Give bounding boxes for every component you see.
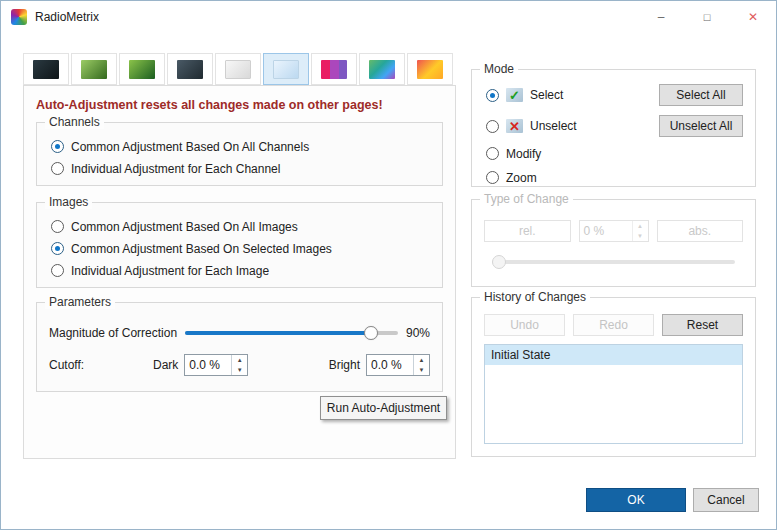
- select-all-button[interactable]: Select All: [659, 84, 743, 106]
- history-group-title: History of Changes: [480, 290, 590, 304]
- magnitude-slider[interactable]: [185, 325, 398, 341]
- tab-strip: [23, 53, 453, 85]
- unselect-all-button[interactable]: Unselect All: [659, 115, 743, 137]
- radio-label: Common Adjustment Based On Selected Imag…: [71, 242, 332, 256]
- light-selection-icon: [273, 60, 299, 79]
- type-of-change-group: Type of Change rel. 0 % abs.: [471, 199, 756, 287]
- mode-modify-label[interactable]: Modify: [506, 147, 541, 161]
- radio-common-selected-images[interactable]: Common Adjustment Based On Selected Imag…: [51, 241, 442, 256]
- radio-label: Common Adjustment Based On All Images: [71, 220, 298, 234]
- spin-down-icon[interactable]: [414, 365, 429, 375]
- spin-down-icon: [633, 231, 648, 241]
- spinner-arrows[interactable]: [413, 355, 429, 375]
- spinner-arrows[interactable]: [231, 355, 247, 375]
- slider-thumb[interactable]: [364, 326, 378, 340]
- tab-7[interactable]: [311, 53, 357, 85]
- radio-individual-images[interactable]: Individual Adjustment for Each Image: [51, 263, 442, 278]
- tab-4[interactable]: [167, 53, 213, 85]
- auto-adjustment-page: Auto-Adjustment resets all changes made …: [23, 85, 456, 459]
- monitor-icon: [33, 60, 59, 79]
- bright-label: Bright: [329, 358, 360, 372]
- type-of-change-title: Type of Change: [480, 192, 573, 206]
- parameters-group-title: Parameters: [45, 295, 115, 309]
- color-swatches-icon: [417, 60, 443, 79]
- tab-2[interactable]: [71, 53, 117, 85]
- minimize-button[interactable]: –: [638, 1, 684, 33]
- tab-3[interactable]: [119, 53, 165, 85]
- magnitude-value: 90%: [406, 326, 430, 340]
- green-check-icon: ✓: [506, 88, 523, 102]
- parameters-group: Parameters Magnitude of Correction 90% C…: [36, 302, 443, 392]
- images-group: Images Common Adjustment Based On All Im…: [36, 202, 443, 288]
- relative-change-field: rel.: [484, 220, 571, 242]
- window-title: RadioMetrix: [35, 10, 99, 24]
- spin-down-icon[interactable]: [232, 365, 247, 375]
- tab-8[interactable]: [359, 53, 405, 85]
- radio-common-all-channels[interactable]: Common Adjustment Based On All Channels: [51, 139, 442, 154]
- title-bar: RadioMetrix – □ ✕: [1, 1, 776, 33]
- mode-unselect-label[interactable]: Unselect: [530, 119, 577, 133]
- tab-6[interactable]: [263, 53, 309, 85]
- slider-track: [492, 260, 735, 264]
- mode-group-title: Mode: [480, 62, 518, 76]
- radio-icon: [51, 140, 64, 153]
- radio-icon: [51, 242, 64, 255]
- radio-icon[interactable]: [486, 120, 499, 133]
- redo-button[interactable]: Redo: [573, 314, 654, 336]
- spinner-arrows: [632, 221, 648, 241]
- radio-icon[interactable]: [486, 89, 499, 102]
- run-auto-adjustment-button[interactable]: Run Auto-Adjustment: [320, 396, 447, 420]
- radio-common-all-images[interactable]: Common Adjustment Based On All Images: [51, 219, 442, 234]
- dark-image-icon: [177, 60, 203, 79]
- app-icon: [11, 9, 27, 25]
- dark-label: Dark: [153, 358, 178, 372]
- reset-button[interactable]: Reset: [662, 314, 743, 336]
- tab-9[interactable]: [407, 53, 453, 85]
- cancel-button[interactable]: Cancel: [693, 488, 759, 512]
- dark-cutoff-value[interactable]: 0.0 %: [185, 355, 231, 375]
- radio-icon[interactable]: [486, 171, 499, 184]
- history-list-item[interactable]: Initial State: [485, 345, 742, 365]
- undo-button[interactable]: Undo: [484, 314, 565, 336]
- radio-label: Individual Adjustment for Each Channel: [71, 162, 280, 176]
- history-list[interactable]: Initial State: [484, 344, 743, 444]
- radio-label: Common Adjustment Based On All Channels: [71, 140, 309, 154]
- mode-select-label[interactable]: Select: [530, 88, 563, 102]
- hand-cursor-icon: [225, 60, 251, 79]
- tab-5[interactable]: [215, 53, 261, 85]
- slider-thumb: [492, 255, 506, 269]
- ok-button[interactable]: OK: [586, 488, 686, 512]
- radio-icon: [51, 264, 64, 277]
- spin-up-icon[interactable]: [414, 355, 429, 365]
- history-group: History of Changes Undo Redo Reset Initi…: [471, 297, 756, 457]
- images-group-title: Images: [45, 195, 92, 209]
- close-button[interactable]: ✕: [730, 1, 776, 33]
- green-image-icon: [81, 60, 107, 79]
- spin-up-icon[interactable]: [232, 355, 247, 365]
- green-hand-image-icon: [129, 60, 155, 79]
- mode-group: Mode ✓ Select Select All ✕ Unselect Unse…: [471, 69, 756, 187]
- mode-zoom-label[interactable]: Zoom: [506, 171, 537, 185]
- radio-individual-channels[interactable]: Individual Adjustment for Each Channel: [51, 161, 442, 176]
- maximize-button[interactable]: □: [684, 1, 730, 33]
- window-controls: – □ ✕: [638, 1, 776, 33]
- radio-icon[interactable]: [486, 147, 499, 160]
- slider-fill: [185, 331, 377, 335]
- bright-cutoff-spinner[interactable]: 0.0 %: [366, 354, 430, 376]
- tab-1[interactable]: [23, 53, 69, 85]
- absolute-change-field: abs.: [657, 220, 744, 242]
- color-image-icon: [369, 60, 395, 79]
- radiometrix-dialog: RadioMetrix – □ ✕ Auto-Adjustment resets…: [0, 0, 777, 530]
- red-cross-icon: ✕: [506, 119, 523, 133]
- change-amount-slider: [492, 254, 735, 270]
- cutoff-label: Cutoff:: [49, 358, 113, 372]
- magnitude-label: Magnitude of Correction: [49, 326, 177, 340]
- radio-icon: [51, 220, 64, 233]
- radio-label: Individual Adjustment for Each Image: [71, 264, 269, 278]
- bright-cutoff-value[interactable]: 0.0 %: [367, 355, 413, 375]
- spin-up-icon: [633, 221, 648, 231]
- auto-adjustment-warning: Auto-Adjustment resets all changes made …: [36, 98, 383, 112]
- dark-cutoff-spinner[interactable]: 0.0 %: [184, 354, 248, 376]
- change-value: 0 %: [580, 221, 632, 241]
- channels-group-title: Channels: [45, 115, 104, 129]
